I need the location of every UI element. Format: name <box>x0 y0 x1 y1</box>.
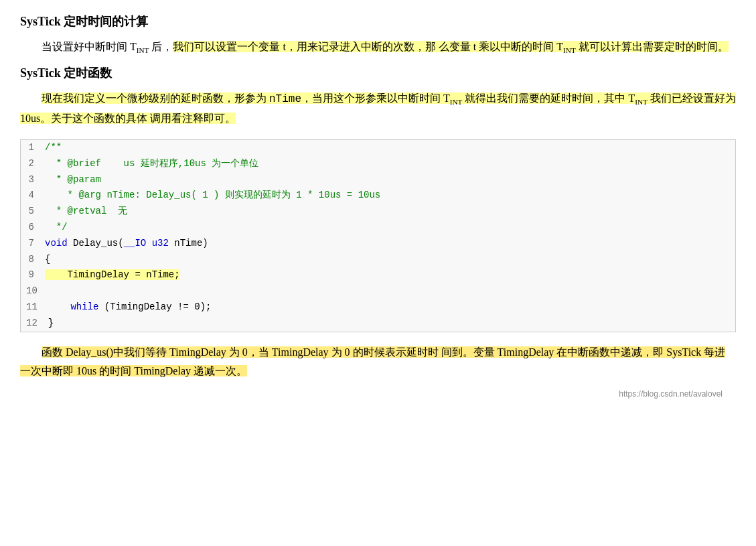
code-content-12: } <box>43 316 735 332</box>
line-num-3: 3 <box>21 172 40 188</box>
code-content-11: while (TimingDelay != 0); <box>43 299 735 316</box>
code-content-5: * @retval 无 <box>40 204 735 220</box>
code-block: 1 /** 2 * @brief us 延时程序,10us 为一个单位 3 * … <box>20 139 736 332</box>
line-num-4: 4 <box>21 188 40 204</box>
line-num-1: 1 <box>21 140 40 156</box>
code-line-2: 2 * @brief us 延时程序,10us 为一个单位 <box>21 156 735 172</box>
code-line-4: 4 * @arg nTime: Delay_us( 1 ) 则实现的延时为 1 … <box>21 188 735 204</box>
line-num-6: 6 <box>21 220 40 236</box>
code-content-1: /** <box>40 140 735 156</box>
heading-timing-calc: SysTick 定时时间的计算 <box>20 13 736 29</box>
line-num-8: 8 <box>21 252 40 268</box>
line-num-11: 11 <box>21 299 43 316</box>
line-num-9: 9 <box>21 267 40 283</box>
paragraph-timing-calc: 当设置好中断时间 TINT 后，我们可以设置一个变量 t，用来记录进入中断的次数… <box>20 38 736 57</box>
line-num-5: 5 <box>21 204 40 220</box>
code-content-3: * @param <box>40 172 735 188</box>
line-num-10: 10 <box>21 283 43 299</box>
code-line-5: 5 * @retval 无 <box>21 204 735 220</box>
bottom-paragraph: 函数 Delay_us()中我们等待 TimingDelay 为 0，当 Tim… <box>20 343 736 382</box>
line-num-7: 7 <box>21 236 40 252</box>
code-content-8: { <box>40 252 735 268</box>
line-num-2: 2 <box>21 156 40 172</box>
code-content-10 <box>43 283 735 299</box>
code-line-3: 3 * @param <box>21 172 735 188</box>
section-timing-func: SysTick 定时函数 现在我们定义一个微秒级别的延时函数，形参为 nTime… <box>20 65 736 129</box>
code-line-10: 10 <box>21 283 735 299</box>
code-content-4: * @arg nTime: Delay_us( 1 ) 则实现的延时为 1 * … <box>40 188 735 204</box>
code-line-7: 7 void Delay_us(__IO u32 nTime) <box>21 236 735 252</box>
code-content-6: */ <box>40 220 735 236</box>
code-line-11: 11 while (TimingDelay != 0); <box>21 299 735 316</box>
heading-timing-func: SysTick 定时函数 <box>20 65 736 81</box>
code-content-9: TimingDelay = nTime; <box>40 267 735 283</box>
code-content-2: * @brief us 延时程序,10us 为一个单位 <box>40 156 735 172</box>
bottom-section: 函数 Delay_us()中我们等待 TimingDelay 为 0，当 Tim… <box>20 343 736 382</box>
code-line-12: 12 } <box>21 316 735 332</box>
code-line-1: 1 /** <box>21 140 735 156</box>
code-line-9: 9 TimingDelay = nTime; <box>21 267 735 283</box>
line-num-12: 12 <box>21 316 43 332</box>
section-timing-calc: SysTick 定时时间的计算 当设置好中断时间 TINT 后，我们可以设置一个… <box>20 13 736 57</box>
watermark: https://blog.csdn.net/avalovel <box>619 389 723 399</box>
code-line-8: 8 { <box>21 252 735 268</box>
code-content-7: void Delay_us(__IO u32 nTime) <box>40 236 735 252</box>
paragraph-timing-func: 现在我们定义一个微秒级别的延时函数，形参为 nTime，当用这个形参乘以中断时间… <box>20 89 736 129</box>
code-line-6: 6 */ <box>21 220 735 236</box>
